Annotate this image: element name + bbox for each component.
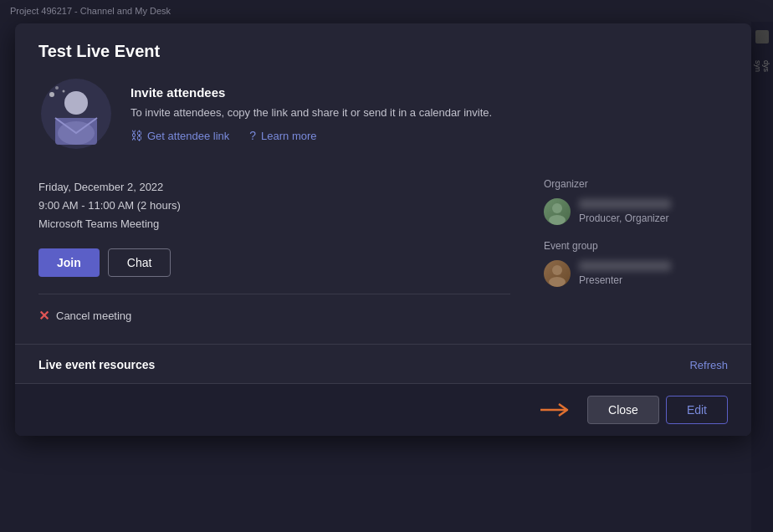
invite-svg <box>38 76 114 151</box>
svg-point-1 <box>64 91 88 115</box>
sidebar-text-1: dyssyn <box>754 60 770 72</box>
live-event-resources-section: Live event resources Refresh <box>15 344 751 383</box>
live-event-resources-label: Live event resources <box>38 358 155 371</box>
edit-button[interactable]: Edit <box>666 396 728 424</box>
svg-point-5 <box>55 86 59 90</box>
top-bar: Project 496217 - Channel and My Desk <box>0 0 773 22</box>
modal-title: Test Live Event <box>38 42 728 61</box>
presenter-name-blurred <box>579 261 671 271</box>
question-icon: ? <box>249 129 256 142</box>
event-group-section: Event group Presenter <box>544 240 728 287</box>
content-row: Friday, December 2, 2022 9:00 AM - 11:00… <box>38 178 728 327</box>
right-sidebar: dyssyn <box>751 22 773 532</box>
svg-point-4 <box>49 92 54 97</box>
invite-heading: Invite attendees <box>131 85 492 100</box>
event-time-line: 9:00 AM - 11:00 AM (2 hours) <box>38 197 510 215</box>
svg-point-7 <box>552 203 562 213</box>
invite-section: Invite attendees To invite attendees, co… <box>38 76 728 151</box>
organizer-avatar <box>544 198 571 225</box>
organizer-row: Producer, Organizer <box>544 198 728 225</box>
cancel-x-icon: ✕ <box>38 308 49 324</box>
divider <box>38 294 510 294</box>
invite-description: To invite attendees, copy the link and s… <box>131 105 492 121</box>
get-attendee-link[interactable]: ⛓ Get attendee link <box>131 129 229 142</box>
event-date: Friday, December 2, 2022 9:00 AM - 11:00… <box>38 178 510 233</box>
svg-point-8 <box>549 215 566 225</box>
cancel-meeting-button[interactable]: ✕ Cancel meeting <box>38 304 510 327</box>
modal-footer: Close Edit <box>15 383 751 436</box>
modal-header: Test Live Event <box>15 23 751 178</box>
event-date-line: Friday, December 2, 2022 <box>38 178 510 197</box>
event-platform-line: Microsoft Teams Meeting <box>38 215 510 233</box>
learn-more-link[interactable]: ? Learn more <box>249 129 316 142</box>
arrow-indicator <box>540 402 571 418</box>
organizer-name-blurred <box>579 199 671 209</box>
presenter-row: Presenter <box>544 260 728 287</box>
invite-illustration <box>38 76 114 151</box>
presenter-role: Presenter <box>579 274 728 286</box>
link-icon: ⛓ <box>131 129 142 142</box>
svg-point-9 <box>552 265 562 275</box>
event-group-label: Event group <box>544 240 728 252</box>
cancel-label: Cancel meeting <box>56 309 131 322</box>
organizer-role: Producer, Organizer <box>579 212 728 224</box>
close-button[interactable]: Close <box>587 396 659 424</box>
refresh-button[interactable]: Refresh <box>689 359 728 371</box>
invite-text: Invite attendees To invite attendees, co… <box>131 85 492 143</box>
join-button[interactable]: Join <box>38 248 100 277</box>
top-bar-text: Project 496217 - Channel and My Desk <box>10 6 171 16</box>
presenter-info: Presenter <box>579 261 728 286</box>
modal-body: Friday, December 2, 2022 9:00 AM - 11:00… <box>15 178 751 344</box>
left-col: Friday, December 2, 2022 9:00 AM - 11:00… <box>38 178 510 327</box>
organizer-section: Organizer Producer, Organizer <box>544 178 728 225</box>
right-col: Organizer Producer, Organizer <box>544 178 728 327</box>
invite-links: ⛓ Get attendee link ? Learn more <box>131 129 492 142</box>
event-detail-modal: Test Live Event <box>15 23 751 436</box>
svg-point-6 <box>63 90 65 93</box>
chat-button[interactable]: Chat <box>108 248 171 277</box>
footer-buttons: Close Edit <box>540 396 728 424</box>
organizer-info: Producer, Organizer <box>579 199 728 224</box>
svg-point-10 <box>549 277 566 287</box>
action-buttons: Join Chat <box>38 248 510 277</box>
sidebar-icon-1 <box>755 30 769 43</box>
presenter-avatar <box>544 260 571 287</box>
organizer-label: Organizer <box>544 178 728 190</box>
